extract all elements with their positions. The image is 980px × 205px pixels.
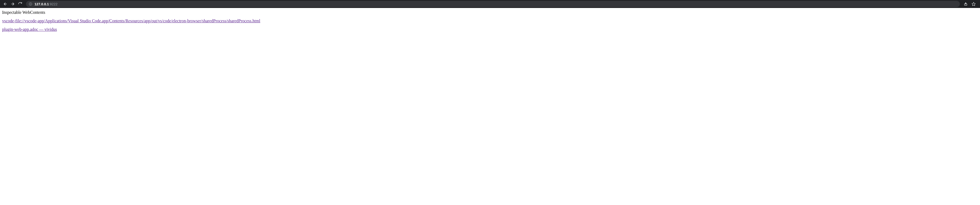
inspectable-link[interactable]: plugin-web-app.adoc — vividus: [2, 27, 57, 32]
svg-marker-7: [972, 2, 975, 6]
forward-button[interactable]: [10, 1, 16, 7]
svg-point-4: [30, 3, 31, 3]
site-info-icon[interactable]: [29, 2, 32, 6]
info-icon: [29, 2, 32, 6]
inspectable-link[interactable]: vscode-file://vscode-app/Applications/Vi…: [2, 19, 260, 23]
share-icon: [964, 2, 968, 6]
arrow-right-icon: [11, 2, 15, 6]
toolbar-right: [963, 1, 977, 7]
browser-toolbar: 127.0.0.1 :9222: [0, 0, 980, 8]
url-host: 127.0.0.1: [35, 2, 49, 6]
bookmark-button[interactable]: [970, 1, 977, 7]
url-port: :9222: [49, 2, 57, 6]
star-icon: [972, 2, 976, 6]
address-bar[interactable]: 127.0.0.1 :9222: [26, 1, 960, 7]
url-text: 127.0.0.1 :9222: [35, 2, 57, 6]
share-button[interactable]: [963, 1, 969, 7]
back-button[interactable]: [2, 1, 8, 7]
reload-button[interactable]: [17, 1, 23, 7]
page-heading: Inspectable WebContents: [2, 10, 978, 15]
arrow-left-icon: [3, 2, 8, 6]
reload-icon: [18, 2, 22, 6]
page-content: Inspectable WebContents vscode-file://vs…: [0, 8, 980, 38]
